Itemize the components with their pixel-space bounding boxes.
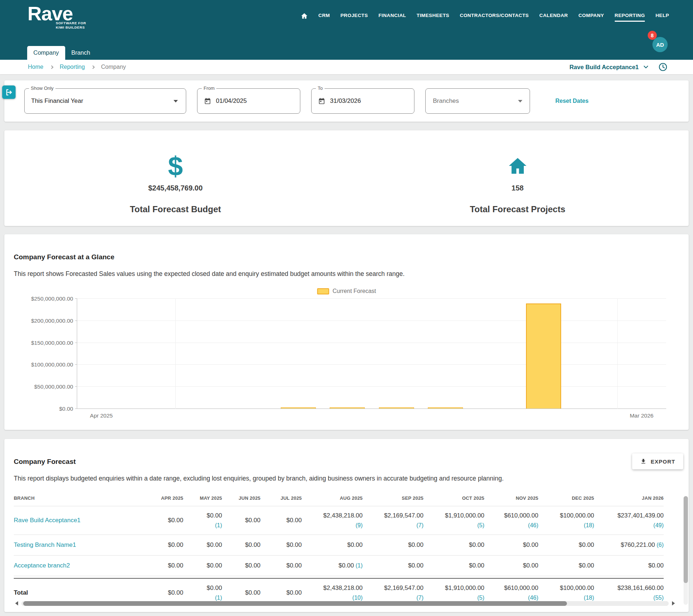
forecast-bar[interactable] bbox=[379, 407, 414, 408]
cell-amount: $0.00 bbox=[245, 517, 260, 524]
forecast-glance-panel: Company Forecast at a Glance This report… bbox=[4, 234, 689, 430]
branch-link[interactable]: Rave Build Acceptance1 bbox=[14, 506, 140, 535]
table-cell: $0.00 bbox=[302, 535, 363, 556]
cell-amount: $0.00 bbox=[469, 562, 484, 569]
nav-item-financial[interactable]: FINANCIAL bbox=[379, 13, 406, 22]
breadcrumb-home[interactable]: Home bbox=[28, 64, 43, 70]
from-date-value: 01/04/2025 bbox=[216, 97, 247, 105]
total-forecast-projects-card: 158 Total Forecast Projects bbox=[347, 130, 689, 226]
nav-item-crm[interactable]: CRM bbox=[318, 13, 330, 22]
table-cell: $2,169,547.00(7) bbox=[363, 506, 423, 535]
table-cell: $0.00 bbox=[183, 535, 222, 556]
x-tick-label: Apr 2025 bbox=[90, 412, 113, 419]
table-cell: $0.00 bbox=[538, 556, 594, 576]
branch-link[interactable]: Acceptance branch2 bbox=[14, 556, 140, 576]
cell-amount: $0.00 bbox=[245, 589, 260, 596]
branch-link[interactable]: Testing Branch Name1 bbox=[14, 535, 140, 556]
scroll-right-icon[interactable] bbox=[672, 601, 675, 605]
tab-company[interactable]: Company bbox=[27, 46, 65, 60]
cell-amount: $100,000.00 bbox=[560, 584, 594, 591]
table-cell: $0.00 bbox=[140, 556, 183, 576]
vertical-gridline bbox=[617, 299, 618, 409]
notification-badge: 8 bbox=[648, 31, 657, 40]
cell-amount: $0.00 bbox=[286, 517, 302, 524]
home-icon[interactable] bbox=[301, 12, 308, 22]
breadcrumb-reporting[interactable]: Reporting bbox=[60, 64, 85, 70]
forecast-table-body: Rave Build Acceptance1$0.00$0.00(1)$0.00… bbox=[14, 506, 664, 607]
nav-item-help[interactable]: HELP bbox=[655, 13, 669, 22]
forecast-bar[interactable] bbox=[526, 303, 561, 408]
cell-amount: $0.00 bbox=[579, 562, 594, 569]
download-icon bbox=[640, 458, 647, 465]
cell-amount: $100,000.00 bbox=[560, 512, 594, 519]
user-avatar[interactable]: AD 8 bbox=[652, 37, 668, 52]
cell-amount: $1,910,000.00 bbox=[445, 512, 484, 519]
main-nav: CRM PROJECTS FINANCIAL TIMESHEETS CONTRA… bbox=[301, 12, 669, 22]
from-date-field[interactable]: From 01/04/2025 bbox=[197, 88, 300, 114]
context-selected-label: Rave Build Acceptance1 bbox=[569, 64, 639, 71]
breadcrumb-bar: Home Reporting Company Rave Build Accept… bbox=[0, 60, 693, 74]
y-tick-label: $150,000,000.00 bbox=[31, 340, 73, 346]
table-cell: $0.00 bbox=[484, 535, 538, 556]
chart-baseline bbox=[75, 408, 666, 409]
cell-count: (7) bbox=[363, 522, 423, 529]
breadcrumb-current: Company bbox=[101, 64, 126, 70]
cell-amount: $0.00 bbox=[338, 562, 354, 569]
table-cell: $1,910,000.00(5) bbox=[423, 506, 484, 535]
horizontal-scroll-track[interactable] bbox=[21, 601, 669, 606]
nav-item-calendar[interactable]: CALENDAR bbox=[539, 13, 568, 22]
from-label: From bbox=[202, 85, 216, 91]
table-cell: $0.00 bbox=[222, 535, 260, 556]
nav-item-timesheets[interactable]: TIMESHEETS bbox=[417, 13, 449, 22]
forecast-bar[interactable] bbox=[330, 407, 365, 408]
chart-legend: Current Forecast bbox=[317, 288, 376, 294]
cell-count: (10) bbox=[302, 595, 363, 601]
table-cell: $0.00 bbox=[363, 535, 423, 556]
nav-item-contractors-contacts[interactable]: CONTRACTORS/CONTACTS bbox=[460, 13, 529, 22]
branches-select[interactable]: Branches bbox=[425, 88, 530, 114]
column-header: APR 2025 bbox=[140, 493, 183, 506]
vertical-scrollbar[interactable] bbox=[684, 496, 688, 605]
cell-amount: $0.00 bbox=[206, 512, 222, 519]
forecast-bar[interactable] bbox=[428, 407, 463, 408]
scroll-left-icon[interactable] bbox=[15, 601, 18, 605]
vertical-scroll-thumb[interactable] bbox=[684, 496, 688, 583]
total-forecast-projects-value: 158 bbox=[512, 184, 523, 192]
reset-dates-button[interactable]: Reset Dates bbox=[555, 98, 589, 104]
forecast-table: BRANCHAPR 2025MAY 2025JUN 2025JUL 2025AU… bbox=[14, 493, 664, 607]
cell-amount: $0.00 bbox=[523, 562, 538, 569]
cell-amount: $237,401,439.00 bbox=[617, 512, 664, 519]
gridline bbox=[77, 343, 666, 343]
tab-branch[interactable]: Branch bbox=[65, 46, 96, 60]
table-row: Acceptance branch2$0.00$0.00$0.00$0.00$0… bbox=[14, 556, 664, 576]
nav-item-projects[interactable]: PROJECTS bbox=[341, 13, 368, 22]
cell-count: (1) bbox=[354, 562, 363, 569]
cell-amount: $0.00 bbox=[245, 541, 260, 548]
calendar-icon[interactable] bbox=[204, 97, 211, 105]
avatar-initials: AD bbox=[656, 42, 664, 48]
calendar-icon[interactable] bbox=[318, 97, 325, 105]
cell-amount: $0.00 bbox=[408, 541, 423, 548]
horizontal-scroll-thumb[interactable] bbox=[23, 601, 567, 606]
brand-logo[interactable]: Rave SOFTWARE FOR KIWI BUILDERS bbox=[28, 3, 86, 30]
company-context-selector[interactable]: Rave Build Acceptance1 bbox=[569, 62, 668, 72]
forecast-description: This report displays budgeted enquiries … bbox=[14, 475, 504, 482]
cell-count: (18) bbox=[538, 595, 594, 601]
column-header: AUG 2025 bbox=[302, 493, 363, 506]
total-forecast-budget-label: Total Forecast Budget bbox=[130, 204, 221, 214]
show-only-select[interactable]: Show Only This Financial Year bbox=[24, 88, 186, 114]
report-scope-tabs: Company Branch bbox=[27, 46, 96, 60]
legend-swatch bbox=[317, 288, 329, 294]
table-cell: $0.00 bbox=[183, 556, 222, 576]
exit-panel-icon[interactable] bbox=[2, 85, 16, 99]
column-header: SEP 2025 bbox=[363, 493, 423, 506]
nav-item-company[interactable]: COMPANY bbox=[579, 13, 604, 22]
cell-count: (9) bbox=[302, 522, 363, 529]
clock-icon[interactable] bbox=[658, 62, 668, 72]
house-icon bbox=[507, 151, 528, 180]
nav-item-reporting[interactable]: REPORTING bbox=[615, 13, 645, 22]
to-date-field[interactable]: To 31/03/2026 bbox=[311, 88, 414, 114]
breadcrumb-separator-icon bbox=[91, 65, 95, 69]
export-button[interactable]: EXPORT bbox=[632, 453, 683, 469]
forecast-bar[interactable] bbox=[281, 407, 316, 408]
